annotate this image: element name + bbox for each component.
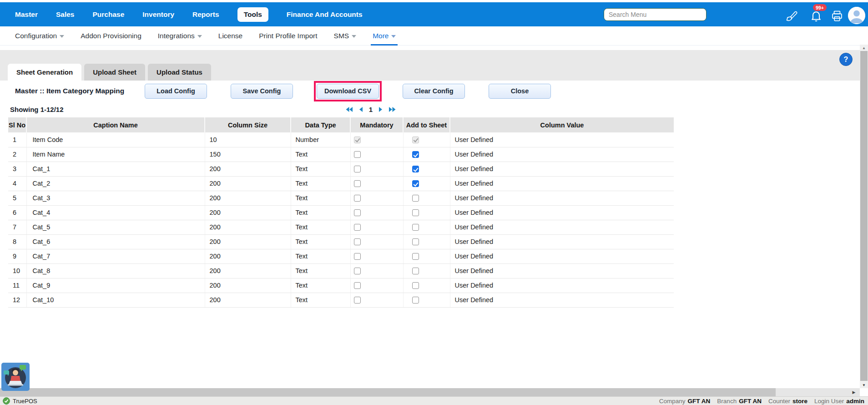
table-row: 9Cat_7200TextUser Defined: [8, 249, 674, 263]
tab-sheet-generation[interactable]: Sheet Generation: [8, 64, 81, 81]
subnav-item-more[interactable]: More: [373, 26, 396, 46]
add-to-sheet-cell: [403, 205, 450, 220]
mandatory-checkbox[interactable]: [354, 224, 361, 231]
mandatory-cell: [350, 234, 403, 249]
mandatory-checkbox[interactable]: [354, 297, 361, 304]
user-avatar[interactable]: [848, 7, 865, 24]
scroll-down-arrow-icon[interactable]: ▼: [860, 382, 868, 388]
last-page-button[interactable]: [389, 106, 396, 112]
mandatory-checkbox[interactable]: [354, 209, 361, 216]
column-size-cell: 200: [205, 278, 291, 293]
table-row: 11Cat_9200TextUser Defined: [8, 278, 674, 293]
mandatory-checkbox[interactable]: [354, 253, 361, 260]
data-type-cell: Text: [291, 162, 350, 176]
clear-config-button[interactable]: Clear Config: [403, 84, 465, 99]
horizontal-scrollbar-thumb[interactable]: [0, 388, 776, 396]
add-to-sheet-checkbox[interactable]: [412, 195, 419, 202]
table-row: 5Cat_3200TextUser Defined: [8, 191, 674, 205]
mandatory-checkbox[interactable]: [354, 151, 361, 158]
topnav-item-inventory[interactable]: Inventory: [142, 10, 174, 19]
sl-no-cell: 3: [8, 162, 26, 176]
subnav-item-label: Configuration: [15, 32, 57, 40]
topnav-item-finance-and-accounts[interactable]: Finance And Accounts: [287, 10, 363, 19]
data-type-cell: Text: [291, 249, 350, 263]
column-size-cell: 150: [205, 147, 291, 162]
add-to-sheet-checkbox[interactable]: [412, 253, 419, 260]
previous-page-button[interactable]: [359, 106, 363, 112]
column-value-cell: User Defined: [450, 263, 674, 278]
mandatory-checkbox[interactable]: [354, 268, 361, 274]
next-page-button[interactable]: [378, 106, 383, 112]
pagination: 1: [334, 101, 407, 117]
subnav-item-addon-provisioning[interactable]: Addon Provisioning: [81, 26, 141, 46]
subnav-item-label: Integrations: [158, 32, 195, 40]
table-header-row: Sl NoCaption NameColumn SizeData TypeMan…: [8, 117, 674, 132]
mandatory-cell: [350, 205, 403, 220]
vertical-scrollbar-thumb[interactable]: [860, 51, 868, 381]
status-value: store: [792, 398, 807, 405]
status-bar: TruePOS CompanyGFT ANBranchGFT ANCounter…: [0, 396, 868, 405]
mapping-table: Sl NoCaption NameColumn SizeData TypeMan…: [8, 117, 674, 308]
chat-support-widget-icon[interactable]: [1, 363, 30, 391]
search-input[interactable]: [604, 8, 707, 21]
topnav-item-reports[interactable]: Reports: [192, 10, 219, 19]
bell-icon[interactable]: [810, 10, 823, 22]
chevron-down-icon: [197, 35, 202, 38]
add-to-sheet-checkbox[interactable]: [412, 268, 419, 274]
column-value-cell: User Defined: [450, 176, 674, 191]
add-to-sheet-checkbox[interactable]: [412, 238, 419, 245]
add-to-sheet-checkbox[interactable]: [412, 224, 419, 231]
add-to-sheet-checkbox[interactable]: [412, 209, 419, 216]
column-header-column-value: Column Value: [450, 117, 674, 132]
current-page-number: 1: [369, 106, 373, 113]
topnav-item-master[interactable]: Master: [15, 10, 38, 19]
paintbrush-icon[interactable]: [786, 10, 798, 22]
subnav-item-integrations[interactable]: Integrations: [158, 26, 202, 46]
tab-upload-status[interactable]: Upload Status: [148, 64, 211, 81]
mandatory-checkbox[interactable]: [354, 195, 361, 202]
topnav-item-sales[interactable]: Sales: [56, 10, 75, 19]
add-to-sheet-checkbox[interactable]: [412, 166, 419, 172]
add-to-sheet-checkbox[interactable]: [412, 282, 419, 289]
tab-upload-sheet[interactable]: Upload Sheet: [84, 64, 145, 81]
vertical-scrollbar[interactable]: ▲ ▼: [860, 45, 868, 388]
column-size-cell: 200: [205, 249, 291, 263]
download-csv-button[interactable]: Download CSV: [317, 84, 379, 99]
load-config-button[interactable]: Load Config: [145, 84, 207, 99]
printer-icon[interactable]: [831, 10, 843, 22]
mandatory-checkbox[interactable]: [354, 166, 361, 172]
data-type-cell: Text: [291, 263, 350, 278]
mandatory-cell: [350, 249, 403, 263]
data-type-cell: Text: [291, 147, 350, 162]
add-to-sheet-checkbox[interactable]: [412, 151, 419, 158]
data-type-cell: Text: [291, 176, 350, 191]
column-value-cell: User Defined: [450, 234, 674, 249]
first-page-button[interactable]: [345, 106, 353, 112]
add-to-sheet-checkbox[interactable]: [412, 180, 419, 187]
mandatory-checkbox[interactable]: [354, 282, 361, 289]
toolbar: Master :: Item Category Mapping Load Con…: [0, 81, 860, 101]
subnav-item-print-profile-import[interactable]: Print Profile Import: [259, 26, 317, 46]
column-size-cell: 200: [205, 176, 291, 191]
mandatory-checkbox[interactable]: [354, 180, 361, 187]
subnav-item-sms[interactable]: SMS: [334, 26, 357, 46]
showing-count: Showing 1-12/12: [10, 101, 64, 117]
subnav-item-configuration[interactable]: Configuration: [15, 26, 64, 46]
topnav-item-purchase[interactable]: Purchase: [92, 10, 124, 19]
mandatory-checkbox[interactable]: [354, 238, 361, 245]
chevron-down-icon: [352, 35, 356, 38]
close-button[interactable]: Close: [489, 84, 551, 99]
caption-name-cell: Cat_8: [26, 263, 205, 278]
scroll-up-arrow-icon[interactable]: ▲: [860, 45, 868, 51]
scroll-right-arrow-icon[interactable]: ▶: [849, 388, 859, 396]
sl-no-cell: 5: [8, 191, 26, 205]
topnav-item-tools[interactable]: Tools: [237, 7, 268, 22]
help-button[interactable]: ?: [839, 53, 853, 66]
add-to-sheet-checkbox[interactable]: [412, 297, 419, 304]
data-type-cell: Text: [291, 205, 350, 220]
caption-name-cell: Cat_5: [26, 220, 205, 234]
subnav-item-license[interactable]: License: [218, 26, 242, 46]
horizontal-scrollbar[interactable]: ▶: [0, 388, 860, 396]
column-size-cell: 10: [205, 132, 291, 147]
save-config-button[interactable]: Save Config: [231, 84, 293, 99]
